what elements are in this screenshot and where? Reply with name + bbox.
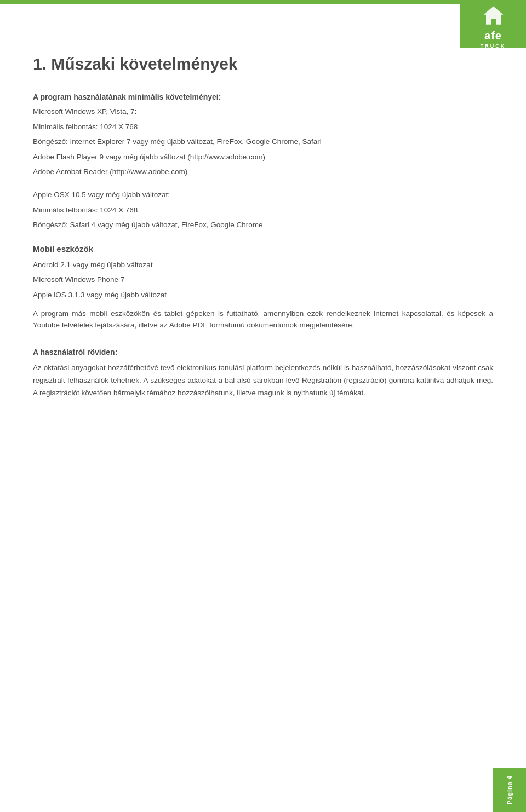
logo-icon (481, 4, 506, 28)
mobile-title: Mobil eszközök (33, 244, 493, 254)
logo-inner: afe TRUCK (481, 4, 506, 49)
mobile-section: Mobil eszközök Android 2.1 vagy még újab… (33, 244, 493, 331)
acrobat-link[interactable]: http://www.adobe.com (112, 168, 185, 176)
osx-line2: Minimális felbontás: 1024 X 768 (33, 204, 493, 216)
windows-phone-line: Microsoft Windows Phone 7 (33, 274, 493, 286)
osx-section: Apple OSX 10.5 vagy még újabb változat: … (33, 189, 493, 231)
flash-link[interactable]: http://www.adobe.com (190, 153, 263, 161)
windows-line1: Microsoft Windows XP, Vista, 7: (33, 106, 493, 118)
usage-text: Az oktatási anyagokat hozzáférhetővé tev… (33, 362, 493, 400)
requirements-section: A program használatának minimális követe… (33, 93, 493, 178)
browser-line: Böngésző: Internet Explorer 7 vagy még ú… (33, 136, 493, 148)
acrobat-prefix: Adobe Acrobat Reader ( (33, 168, 112, 176)
main-content: 1. Műszaki követelmények A program haszn… (33, 55, 493, 779)
page-container: afe TRUCK 1. Műszaki követelmények A pro… (0, 0, 526, 812)
page-title: 1. Műszaki követelmények (33, 55, 493, 73)
osx-line3: Böngésző: Safari 4 vagy még újabb változ… (33, 219, 493, 231)
logo-safe: afe (484, 30, 502, 42)
flash-suffix: ) (263, 153, 266, 161)
page-number-tab: Página 4 (493, 768, 526, 812)
page-number: Página 4 (506, 775, 513, 804)
osx-line1: Apple OSX 10.5 vagy még újabb változat: (33, 189, 493, 201)
mobile-description: A program más mobil eszközökön és tablet… (33, 308, 493, 331)
svg-rect-1 (491, 19, 496, 25)
android-line: Android 2.1 vagy még újabb változat (33, 259, 493, 271)
acrobat-suffix: ) (185, 168, 188, 176)
acrobat-line: Adobe Acrobat Reader (http://www.adobe.c… (33, 166, 493, 178)
top-bar (0, 0, 526, 4)
flash-prefix: Adobe Flash Player 9 vagy még újabb vált… (33, 153, 190, 161)
usage-title: A használatról röviden: (33, 348, 493, 356)
ios-line: Apple iOS 3.1.3 vagy még újabb változat (33, 289, 493, 301)
flash-line: Adobe Flash Player 9 vagy még újabb vált… (33, 151, 493, 163)
windows-line2: Minimális felbontás: 1024 X 768 (33, 121, 493, 133)
usage-section: A használatról röviden: Az oktatási anya… (33, 348, 493, 400)
requirements-subtitle: A program használatának minimális követe… (33, 93, 493, 101)
logo-truck: TRUCK (481, 42, 506, 49)
logo-area: afe TRUCK (460, 4, 526, 48)
